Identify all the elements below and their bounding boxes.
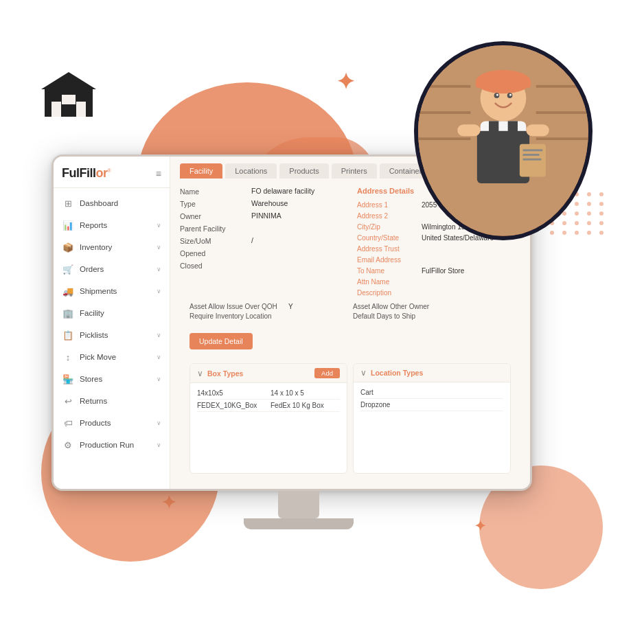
parent-facility-row: Parent Facility: [180, 224, 343, 233]
name-row: Name FO delaware facility: [180, 187, 343, 196]
email-address-row: Email Address: [357, 256, 520, 264]
to-name-value: FulFillor Store: [422, 267, 464, 275]
box-types-title: Box Types: [207, 369, 243, 378]
address-trust-row: Address Trust: [357, 245, 520, 253]
email-address-label: Email Address: [357, 256, 419, 264]
box-type-col1-1: 14x10x5: [197, 389, 266, 397]
sidebar-item-orders[interactable]: 🛒 Orders ∨: [54, 258, 170, 280]
location-type-col1-2: Dropzone: [360, 401, 503, 409]
box-types-add-button[interactable]: Add: [314, 368, 340, 378]
additional-right-col: Asset Allow Other Owner Default Days to …: [353, 303, 511, 322]
type-row: Type Warehouse: [180, 199, 343, 208]
type-value: Warehouse: [251, 199, 288, 207]
svg-rect-23: [523, 149, 543, 151]
svg-rect-3: [76, 102, 86, 117]
asset-allow-issue-value: Y: [288, 303, 293, 310]
location-type-row-1: Cart: [360, 387, 503, 399]
opened-label: Opened: [180, 249, 249, 257]
returns-icon: ↩: [62, 395, 74, 407]
svg-rect-18: [489, 121, 498, 141]
closed-row: Closed: [180, 261, 343, 270]
sidebar-item-reports[interactable]: 📊 Reports ∨: [54, 214, 170, 236]
warehouse-icon: [38, 69, 100, 131]
sidebar-nav: ⊞ Dashboard 📊 Reports ∨ 📦 Inventory ∨ 🛒 …: [54, 188, 170, 489]
sidebar-item-products[interactable]: 🏷 Products ∨: [54, 412, 170, 434]
picklists-arrow-icon: ∨: [157, 332, 161, 338]
sidebar-item-shipments[interactable]: 🚚 Shipments ∨: [54, 280, 170, 302]
location-types-body: Cart Dropzone: [354, 382, 510, 415]
size-uom-label: Size/UoM: [180, 236, 249, 245]
svg-rect-4: [62, 95, 76, 104]
sparkle-top-icon: ✦: [336, 69, 355, 95]
picklists-icon: 📋: [62, 329, 74, 341]
tab-locations[interactable]: Locations: [225, 163, 277, 179]
box-type-col2-1: 14 x 10 x 5: [271, 389, 340, 397]
sidebar: FulFillor® ≡ ⊞ Dashboard 📊 Reports ∨ 📦 I…: [54, 157, 170, 489]
sidebar-item-picklists[interactable]: 📋 Picklists ∨: [54, 324, 170, 346]
sidebar-label-dashboard: Dashboard: [80, 199, 161, 207]
app-name: FulFillor®: [62, 166, 111, 181]
svg-rect-19: [508, 121, 518, 141]
sidebar-item-production-run[interactable]: ⚙ Production Run ∨: [54, 434, 170, 456]
box-type-row-2: FEDEX_10KG_Box FedEx 10 Kg Box: [197, 400, 340, 412]
location-types-title: Location Types: [371, 369, 423, 377]
svg-rect-12: [536, 137, 588, 140]
name-label: Name: [180, 187, 249, 196]
additional-left-col: Asset Allow Issue Over QOH Y Require Inv…: [189, 303, 347, 322]
attn-name-label: Attn Name: [357, 278, 419, 286]
default-days-label: Default Days to Ship: [353, 312, 449, 320]
svg-rect-25: [523, 159, 542, 161]
update-detail-button[interactable]: Update Detail: [189, 333, 253, 349]
tab-facility[interactable]: Facility: [180, 163, 222, 179]
shipments-icon: 🚚: [62, 285, 74, 297]
location-type-row-2: Dropzone: [360, 399, 503, 411]
svg-point-28: [496, 94, 498, 96]
shipments-arrow-icon: ∨: [157, 288, 161, 295]
svg-rect-21: [526, 124, 549, 136]
to-name-row: To Name FulFillor Store: [357, 267, 520, 275]
type-label: Type: [180, 199, 249, 208]
orders-arrow-icon: ∨: [157, 266, 161, 273]
tab-products[interactable]: Products: [279, 163, 328, 179]
parent-facility-label: Parent Facility: [180, 224, 249, 233]
country-state-label: Country/State: [357, 234, 419, 242]
sidebar-label-orders: Orders: [80, 265, 151, 273]
svg-rect-24: [523, 154, 540, 156]
location-type-col1-1: Cart: [360, 389, 503, 396]
sidebar-label-picklists: Picklists: [80, 331, 151, 339]
asset-allow-other-label: Asset Allow Other Owner: [353, 303, 449, 310]
dashboard-icon: ⊞: [62, 197, 74, 209]
box-types-toggle-icon[interactable]: ∨: [197, 369, 203, 378]
svg-rect-2: [51, 102, 61, 117]
monitor-base: [244, 518, 354, 529]
box-types-body: 14x10x5 14 x 10 x 5 FEDEX_10KG_Box FedEx…: [190, 383, 347, 416]
products-arrow-icon: ∨: [157, 419, 161, 426]
sidebar-logo: FulFillor® ≡: [54, 157, 170, 188]
reports-icon: 📊: [62, 219, 74, 231]
closed-label: Closed: [180, 261, 249, 270]
stores-arrow-icon: ∨: [157, 376, 161, 382]
svg-rect-9: [418, 137, 470, 140]
sidebar-item-pick-move[interactable]: ↕ Pick Move ∨: [54, 346, 170, 368]
sidebar-label-products: Products: [80, 419, 151, 427]
sidebar-item-returns[interactable]: ↩ Returns: [54, 390, 170, 412]
address2-label: Address 2: [357, 212, 419, 220]
sidebar-label-inventory: Inventory: [80, 243, 151, 251]
asset-allow-issue-label: Asset Allow Issue Over QOH: [189, 303, 286, 310]
sidebar-item-facility[interactable]: 🏢 Facility: [54, 302, 170, 324]
facility-icon: 🏢: [62, 307, 74, 319]
tab-printers[interactable]: Printers: [332, 163, 377, 179]
menu-icon[interactable]: ≡: [156, 168, 161, 179]
location-types-panel: ∨ Location Types Cart Dropzone: [353, 363, 511, 474]
sidebar-item-dashboard[interactable]: ⊞ Dashboard: [54, 192, 170, 214]
sidebar-label-stores: Stores: [80, 375, 151, 383]
default-days-row: Default Days to Ship: [353, 312, 511, 320]
svg-rect-10: [536, 85, 588, 88]
size-uom-value: /: [251, 236, 253, 244]
location-types-toggle-icon[interactable]: ∨: [360, 368, 367, 378]
sidebar-item-stores[interactable]: 🏪 Stores ∨: [54, 368, 170, 390]
monitor-stand: [278, 491, 319, 518]
pick-move-icon: ↕: [62, 351, 74, 363]
asset-allow-other-row: Asset Allow Other Owner: [353, 303, 511, 310]
sidebar-item-inventory[interactable]: 📦 Inventory ∨: [54, 236, 170, 258]
